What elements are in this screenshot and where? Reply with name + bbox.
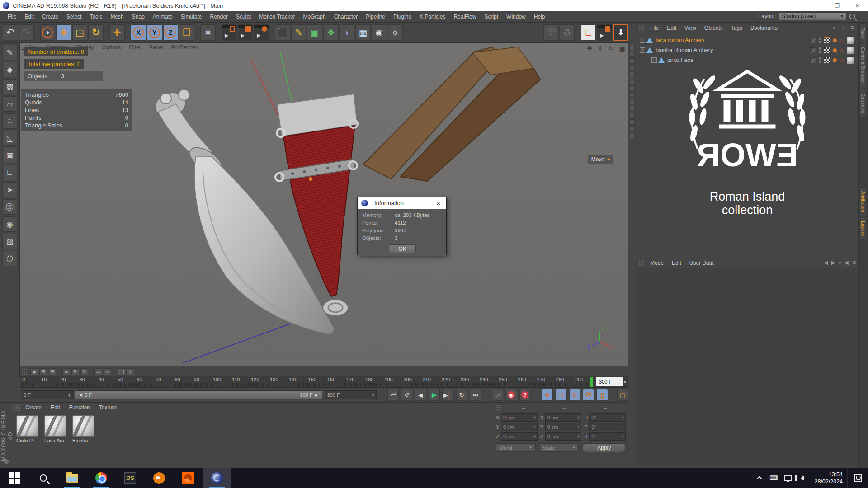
layout-select[interactable]: Startup (User)▼ — [779, 12, 847, 20]
viewport-menu-item[interactable]: Panel — [146, 44, 166, 51]
strip-icon[interactable] — [629, 85, 635, 91]
material-item[interactable]: Cinto Pr — [16, 415, 39, 443]
material-menu-item[interactable]: Edit — [46, 404, 65, 411]
attribute-menu-item[interactable]: User Data — [685, 260, 718, 266]
rotate-tool-button[interactable] — [88, 24, 104, 41]
taskbar-search-button[interactable] — [29, 468, 58, 488]
restore-snapshot-button[interactable] — [560, 24, 575, 41]
material-item[interactable]: Bainha F — [72, 415, 95, 443]
file-explorer-button[interactable] — [58, 468, 87, 488]
dock-tab[interactable]: Layers — [860, 217, 866, 240]
object-name[interactable]: bainha Roman Archery — [656, 47, 713, 53]
viewport-menu-item[interactable]: ProRender — [168, 44, 201, 51]
material-preview-sphere[interactable] — [44, 415, 66, 437]
previous-frame-button[interactable]: ◀ — [415, 389, 426, 401]
scale-z-input[interactable]: 0 cm — [545, 432, 582, 441]
om-home-icon[interactable]: ⌂ — [840, 24, 846, 31]
dock-tab[interactable]: Structure — [860, 89, 866, 117]
workplane-button[interactable] — [581, 24, 596, 41]
tweak-mode-icon[interactable]: ➤ — [2, 182, 18, 197]
rotate-view-icon[interactable]: ↻ — [607, 44, 615, 52]
autokey-help-button[interactable]: ? — [519, 389, 531, 401]
menu-item[interactable]: Edit — [20, 14, 38, 20]
dialog-close-icon[interactable]: × — [434, 199, 443, 207]
menu-item[interactable]: Help — [530, 14, 549, 20]
strip-icon[interactable] — [629, 119, 635, 125]
timeline-end-marker[interactable] — [590, 377, 593, 387]
polygons-mode-icon[interactable]: ▣ — [2, 148, 18, 163]
dock-tab[interactable]: Content Browser — [860, 43, 866, 88]
phong-tag-icon[interactable] — [824, 57, 830, 63]
visibility-dots-icon[interactable] — [819, 47, 821, 53]
cinema4d-taskbar-button[interactable] — [203, 468, 231, 488]
menu-item[interactable]: Create — [38, 14, 62, 20]
object-row[interactable]: + bainha Roman Archery △ — [636, 45, 858, 55]
last-tool-button[interactable] — [109, 24, 125, 41]
object-manager-menu-item[interactable]: Edit — [663, 25, 680, 31]
menu-item[interactable]: Character — [330, 14, 362, 20]
next-key-button[interactable]: ↻ — [456, 389, 467, 401]
taskbar-clock[interactable]: 13:54 28/02/2024 — [810, 471, 847, 485]
object-manager-menu-item[interactable]: View — [680, 25, 700, 31]
rotation-h-input[interactable]: 0° — [589, 413, 626, 422]
material-menu-item[interactable]: Create — [21, 404, 46, 411]
strip-icon[interactable] — [629, 79, 635, 84]
strip-icon[interactable] — [629, 72, 635, 77]
toggle-views-icon[interactable]: ▦ — [618, 44, 626, 52]
next-frame-button[interactable]: ▶▏ — [442, 389, 453, 401]
am-search-icon[interactable]: ⌕ — [839, 259, 842, 266]
goto-start-button[interactable]: ⏮ — [387, 389, 399, 401]
axis-x-lock-button[interactable]: X — [131, 24, 146, 41]
texture-tag-icon[interactable] — [847, 56, 854, 64]
panel-drag-handle[interactable] — [496, 405, 502, 411]
strip-icon[interactable] — [629, 126, 635, 131]
frame-range-slider[interactable]: ◄ 0 F300 F ► — [75, 390, 322, 399]
key-record-icon[interactable]: ◆ — [30, 368, 38, 375]
object-row[interactable]: faca roman Archery △ — [636, 35, 858, 45]
object-name[interactable]: cinto Faca — [667, 57, 693, 63]
move-tool-button[interactable] — [56, 24, 71, 41]
enable-axis-icon[interactable]: ◉ — [2, 216, 18, 232]
motion-icon[interactable]: ∿ — [104, 368, 111, 375]
live-selection-button[interactable] — [40, 24, 56, 41]
ruler-dropdown-icon[interactable]: ▼ — [623, 380, 627, 385]
attribute-menu-item[interactable]: Edit — [668, 260, 685, 266]
interactive-render-region-button[interactable] — [597, 24, 612, 41]
dock-tab[interactable]: Attributes — [860, 187, 866, 216]
viewport-filter-icon[interactable]: ▨ — [2, 234, 18, 249]
tablet-icon[interactable]: ⌨ — [766, 468, 781, 488]
timeline-settings-icon[interactable]: ⋮⋮ — [118, 368, 125, 375]
keyframe-rotation-button[interactable]: ↻ — [569, 389, 580, 401]
menu-item[interactable]: Pipeline — [362, 14, 389, 20]
object-manager-menu-item[interactable]: Objects — [700, 25, 727, 31]
undo-button[interactable] — [3, 24, 18, 41]
ruler-icon[interactable]: ∟ — [2, 165, 18, 180]
coordinates-tag-icon[interactable] — [833, 38, 837, 42]
viewport-menu-item[interactable]: Filter — [126, 44, 144, 51]
menu-item[interactable]: Simulate — [177, 14, 206, 20]
phong-tag-icon[interactable] — [824, 37, 830, 43]
am-forward-icon[interactable]: ▶ — [831, 259, 835, 266]
search-icon[interactable] — [849, 14, 855, 19]
keyframe-points-button[interactable]: ⣿ — [596, 389, 608, 401]
coord-mode-select[interactable]: Scale▼ — [539, 443, 579, 452]
record-disabled-icon[interactable]: ⊘ — [492, 389, 503, 401]
redo-button[interactable] — [19, 24, 34, 41]
menu-item[interactable]: MoGraph — [299, 14, 330, 20]
layer-icon[interactable] — [810, 38, 816, 43]
camera-button[interactable] — [372, 24, 387, 41]
dialog-title-bar[interactable]: Information × — [358, 197, 446, 209]
primitive-cube-button[interactable] — [275, 24, 290, 41]
material-preview-sphere[interactable] — [16, 415, 38, 437]
snap-mode-icon[interactable]: Ⓢ — [2, 199, 18, 215]
strip-icon[interactable] — [629, 58, 635, 64]
panel-drag-handle[interactable] — [14, 404, 20, 411]
start-button[interactable] — [0, 468, 29, 488]
close-button[interactable]: ✕ — [847, 0, 868, 11]
render-view-button[interactable] — [222, 24, 237, 41]
axis-z-lock-button[interactable]: Z — [163, 24, 179, 41]
texture-mode-icon[interactable]: ▩ — [2, 79, 18, 94]
spline-pen-button[interactable] — [291, 24, 307, 41]
panel-drag-handle[interactable] — [22, 368, 28, 375]
subdivision-surface-button[interactable] — [307, 24, 322, 41]
